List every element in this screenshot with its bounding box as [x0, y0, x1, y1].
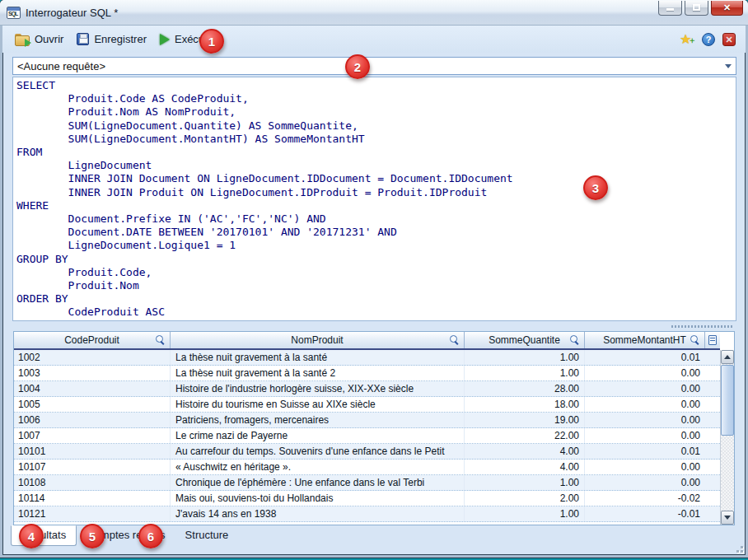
grid-cell: -0.02	[585, 491, 705, 506]
table-row[interactable]: 1003La thèse nuit gravement à la santé 2…	[14, 366, 720, 381]
grid-cell: Histoire du tourisme en Suisse au XIXe s…	[171, 397, 465, 412]
resize-grip[interactable]	[735, 544, 743, 553]
search-icon[interactable]	[570, 335, 580, 345]
window-title: Interrogateur SQL *	[26, 7, 118, 19]
open-folder-icon	[15, 34, 30, 45]
save-floppy-icon	[77, 33, 89, 45]
grid-cell: 0.00	[585, 428, 705, 443]
grid-cell: 0.00	[585, 366, 705, 380]
minimize-button[interactable]	[658, 1, 682, 16]
favorite-add-icon[interactable]: ★＋	[680, 32, 694, 46]
status-bar	[2, 544, 746, 555]
arrow-up-icon	[724, 355, 731, 359]
grid-cell: 1002	[14, 350, 171, 365]
sql-app-icon: SQL	[7, 7, 21, 19]
table-row[interactable]: 10101Au carrefour du temps. Souvenirs d'…	[14, 444, 720, 460]
chevron-down-icon	[725, 64, 732, 68]
annotation-badge-1: 1	[199, 29, 224, 54]
table-row[interactable]: 1006Patriciens, fromagers, mercenaires19…	[14, 413, 720, 428]
grid-cell: 10101	[14, 444, 171, 459]
grid-cell: 0.00	[585, 413, 705, 427]
grid-rows: 1002La thèse nuit gravement à la santé1.…	[14, 350, 720, 525]
sql-editor[interactable]: SELECT Produit.Code AS CodeProduit, Prod…	[12, 77, 736, 321]
grid-cell: 1003	[14, 366, 171, 380]
column-header-codeproduit[interactable]: CodeProduit	[14, 332, 171, 348]
table-row[interactable]: 1005Histoire du tourisme en Suisse au XI…	[14, 397, 720, 413]
grid-cell: -0.01	[585, 506, 705, 521]
vertical-scrollbar[interactable]	[720, 350, 734, 525]
annotation-badge-2: 2	[345, 54, 370, 79]
grid-cell: 1.00	[465, 350, 585, 365]
tab-structure[interactable]: Structure	[175, 526, 239, 545]
column-chooser-button[interactable]	[705, 332, 720, 348]
table-row[interactable]: 1002La thèse nuit gravement à la santé1.…	[14, 350, 720, 366]
table-row[interactable]: 10107« Auschwitz en héritage ».4.000.00	[14, 460, 720, 475]
table-row[interactable]: 10108Chronique de l'éphémère : Une enfan…	[14, 475, 720, 491]
scroll-down-button[interactable]	[721, 511, 734, 525]
splitter-handle[interactable]	[12, 322, 736, 330]
grid-cell: 0.00	[585, 381, 705, 396]
grid-cell: 1004	[14, 381, 171, 396]
grid-cell: 4.00	[465, 460, 585, 474]
grid-cell: Au carrefour du temps. Souvenirs d'une e…	[171, 444, 465, 459]
arrow-down-icon	[724, 516, 731, 520]
annotation-badge-6: 6	[138, 524, 163, 548]
grid-cell: 0.00	[585, 475, 705, 490]
grid-cell: 1.00	[465, 475, 585, 490]
grid-cell: 0.01	[585, 350, 705, 365]
grid-cell: 10114	[14, 491, 171, 506]
grid-header: CodeProduit NomProduit SommeQuantite Som…	[14, 332, 720, 350]
splitter-grip-icon	[671, 325, 734, 328]
search-icon[interactable]	[156, 335, 166, 345]
annotation-badge-5: 5	[80, 524, 105, 548]
help-icon[interactable]: ?	[702, 33, 715, 46]
grid-cell: « Auschwitz en héritage ».	[171, 460, 465, 474]
grid-cell: 1006	[14, 413, 171, 427]
screen: SQL Interrogateur SQL * ✕ Ouvrir Enregis…	[0, 0, 748, 560]
search-icon[interactable]	[690, 335, 700, 345]
grid-cell: Mais oui, souviens-toi du Hollandais	[171, 491, 465, 506]
grid-cell: 0.00	[585, 397, 705, 412]
combobox-dropdown-button[interactable]	[721, 58, 736, 74]
table-row[interactable]: 1004Histoire de l'industrie horlogère su…	[14, 381, 720, 397]
delete-red-icon[interactable]: ✕	[722, 33, 736, 46]
column-header-nomproduit[interactable]: NomProduit	[171, 332, 465, 348]
column-header-sommemontantht[interactable]: SommeMontantHT	[585, 332, 705, 348]
grid-cell: 22.00	[465, 428, 585, 443]
maximize-button[interactable]	[685, 1, 708, 16]
grid-cell: J'avais 14 ans en 1938	[171, 506, 465, 521]
grid-cell: Le crime nazi de Payerne	[171, 428, 465, 443]
grid-cell: La thèse nuit gravement à la santé 2	[171, 366, 465, 380]
app-window: SQL Interrogateur SQL * ✕ Ouvrir Enregis…	[0, 0, 748, 558]
query-combobox-value: <Aucune requête>	[17, 60, 105, 72]
grid-cell: 0.00	[585, 460, 705, 474]
grid-cell: 10108	[14, 475, 171, 490]
maximize-icon	[693, 4, 700, 11]
toolbar: Ouvrir Enregistrer Exécuter ★＋ ? ✕	[2, 26, 746, 53]
grid-cell: 28.00	[465, 381, 585, 396]
sql-editor-text: SELECT Produit.Code AS CodeProduit, Prod…	[13, 77, 736, 320]
grid-cell: 4.00	[465, 444, 585, 459]
search-icon[interactable]	[450, 335, 460, 345]
table-row[interactable]: 1007Le crime nazi de Payerne22.000.00	[14, 428, 720, 444]
title-bar: SQL Interrogateur SQL * ✕	[0, 0, 748, 26]
grid-cell: 19.00	[465, 413, 585, 427]
grid-cell: Patriciens, fromagers, mercenaires	[171, 413, 465, 427]
annotation-badge-4: 4	[19, 524, 44, 548]
open-button[interactable]: Ouvrir	[9, 30, 71, 49]
column-chooser-icon	[708, 335, 717, 345]
scrollbar-thumb[interactable]	[721, 365, 734, 436]
minimize-icon	[666, 8, 674, 11]
grid-cell: 10107	[14, 460, 171, 474]
query-combobox[interactable]: <Aucune requête>	[12, 57, 736, 75]
save-button[interactable]: Enregistrer	[71, 30, 154, 49]
grid-cell: 1.00	[465, 506, 585, 521]
grid-cell: 1.00	[465, 366, 585, 380]
results-grid: CodeProduit NomProduit SommeQuantite Som…	[13, 331, 735, 525]
table-row[interactable]: 10114Mais oui, souviens-toi du Hollandai…	[14, 491, 720, 506]
table-row[interactable]: 10121J'avais 14 ans en 19381.00-0.01	[14, 506, 720, 522]
grid-cell: 0.01	[585, 444, 705, 459]
column-header-sommequantite[interactable]: SommeQuantite	[465, 332, 585, 348]
close-button[interactable]: ✕	[711, 1, 743, 16]
scroll-up-button[interactable]	[721, 350, 734, 364]
